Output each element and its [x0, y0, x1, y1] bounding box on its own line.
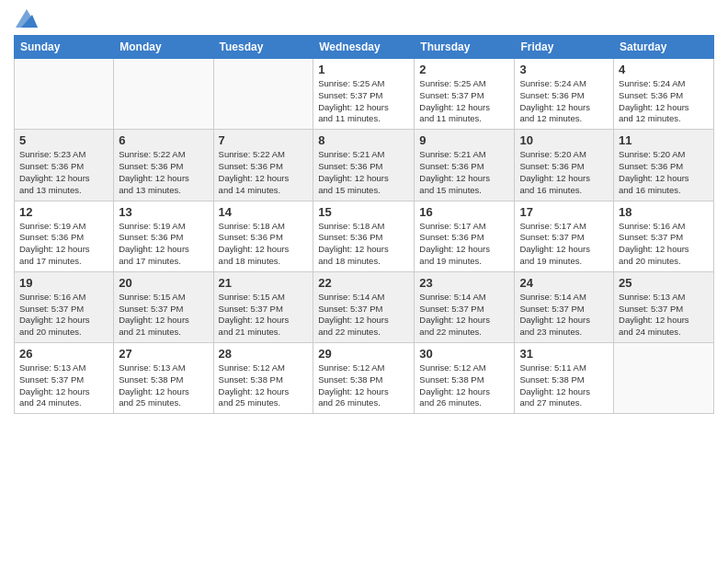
day-number: 6 — [119, 133, 208, 147]
col-header-thursday: Thursday — [415, 36, 515, 59]
calendar-cell: 23Sunrise: 5:14 AM Sunset: 5:37 PM Dayli… — [415, 271, 515, 342]
calendar-cell: 27Sunrise: 5:13 AM Sunset: 5:38 PM Dayli… — [114, 343, 213, 414]
logo-icon — [16, 9, 38, 28]
day-info: Sunrise: 5:22 AM Sunset: 5:36 PM Dayligh… — [119, 149, 208, 196]
calendar-cell: 2Sunrise: 5:25 AM Sunset: 5:37 PM Daylig… — [415, 59, 515, 130]
day-info: Sunrise: 5:15 AM Sunset: 5:37 PM Dayligh… — [219, 292, 309, 339]
day-info: Sunrise: 5:12 AM Sunset: 5:38 PM Dayligh… — [318, 362, 409, 409]
calendar-cell — [114, 59, 213, 130]
day-info: Sunrise: 5:24 AM Sunset: 5:36 PM Dayligh… — [519, 78, 609, 125]
day-info: Sunrise: 5:17 AM Sunset: 5:37 PM Dayligh… — [519, 221, 609, 268]
day-number: 18 — [619, 205, 709, 219]
day-number: 2 — [419, 63, 509, 76]
day-info: Sunrise: 5:16 AM Sunset: 5:37 PM Dayligh… — [19, 292, 108, 339]
day-number: 1 — [318, 63, 409, 76]
day-info: Sunrise: 5:11 AM Sunset: 5:38 PM Dayligh… — [519, 362, 609, 409]
calendar-cell — [614, 343, 714, 414]
logo — [14, 9, 38, 28]
calendar-cell: 24Sunrise: 5:14 AM Sunset: 5:37 PM Dayli… — [515, 271, 614, 342]
calendar-cell: 1Sunrise: 5:25 AM Sunset: 5:37 PM Daylig… — [313, 59, 415, 130]
day-number: 20 — [119, 276, 208, 290]
col-header-tuesday: Tuesday — [213, 36, 313, 59]
calendar-cell: 29Sunrise: 5:12 AM Sunset: 5:38 PM Dayli… — [313, 343, 415, 414]
day-info: Sunrise: 5:25 AM Sunset: 5:37 PM Dayligh… — [419, 78, 509, 125]
calendar-cell: 7Sunrise: 5:22 AM Sunset: 5:36 PM Daylig… — [213, 130, 313, 201]
day-number: 23 — [419, 276, 509, 290]
calendar-cell: 26Sunrise: 5:13 AM Sunset: 5:37 PM Dayli… — [15, 343, 114, 414]
day-number: 31 — [519, 347, 609, 361]
calendar-cell: 22Sunrise: 5:14 AM Sunset: 5:37 PM Dayli… — [313, 271, 415, 342]
day-number: 16 — [419, 205, 509, 219]
calendar-cell: 3Sunrise: 5:24 AM Sunset: 5:36 PM Daylig… — [515, 59, 614, 130]
calendar-cell: 16Sunrise: 5:17 AM Sunset: 5:36 PM Dayli… — [415, 201, 515, 271]
calendar-cell: 15Sunrise: 5:18 AM Sunset: 5:36 PM Dayli… — [313, 201, 415, 271]
day-info: Sunrise: 5:19 AM Sunset: 5:36 PM Dayligh… — [119, 221, 208, 268]
page-header — [14, 9, 714, 28]
calendar-row-1: 5Sunrise: 5:23 AM Sunset: 5:36 PM Daylig… — [15, 130, 714, 201]
calendar-cell: 20Sunrise: 5:15 AM Sunset: 5:37 PM Dayli… — [114, 271, 213, 342]
day-number: 28 — [219, 347, 309, 361]
calendar-row-3: 19Sunrise: 5:16 AM Sunset: 5:37 PM Dayli… — [15, 271, 714, 342]
day-number: 29 — [318, 347, 409, 361]
day-number: 4 — [619, 63, 709, 76]
day-info: Sunrise: 5:12 AM Sunset: 5:38 PM Dayligh… — [219, 362, 309, 409]
day-info: Sunrise: 5:13 AM Sunset: 5:38 PM Dayligh… — [119, 362, 208, 409]
day-info: Sunrise: 5:12 AM Sunset: 5:38 PM Dayligh… — [419, 362, 509, 409]
calendar-cell: 10Sunrise: 5:20 AM Sunset: 5:36 PM Dayli… — [515, 130, 614, 201]
day-number: 8 — [318, 133, 409, 147]
day-number: 15 — [318, 205, 409, 219]
col-header-friday: Friday — [515, 36, 614, 59]
day-number: 21 — [219, 276, 309, 290]
calendar-cell: 19Sunrise: 5:16 AM Sunset: 5:37 PM Dayli… — [15, 271, 114, 342]
col-header-monday: Monday — [114, 36, 213, 59]
calendar-cell: 4Sunrise: 5:24 AM Sunset: 5:36 PM Daylig… — [614, 59, 714, 130]
calendar-cell: 11Sunrise: 5:20 AM Sunset: 5:36 PM Dayli… — [614, 130, 714, 201]
calendar-cell: 5Sunrise: 5:23 AM Sunset: 5:36 PM Daylig… — [15, 130, 114, 201]
day-number: 7 — [219, 133, 309, 147]
day-info: Sunrise: 5:18 AM Sunset: 5:36 PM Dayligh… — [219, 221, 309, 268]
day-number: 17 — [519, 205, 609, 219]
day-info: Sunrise: 5:14 AM Sunset: 5:37 PM Dayligh… — [419, 292, 509, 339]
day-info: Sunrise: 5:15 AM Sunset: 5:37 PM Dayligh… — [119, 292, 208, 339]
day-number: 27 — [119, 347, 208, 361]
day-info: Sunrise: 5:13 AM Sunset: 5:37 PM Dayligh… — [619, 292, 709, 339]
calendar-cell: 25Sunrise: 5:13 AM Sunset: 5:37 PM Dayli… — [614, 271, 714, 342]
calendar-cell: 17Sunrise: 5:17 AM Sunset: 5:37 PM Dayli… — [515, 201, 614, 271]
day-number: 9 — [419, 133, 509, 147]
calendar-cell: 18Sunrise: 5:16 AM Sunset: 5:37 PM Dayli… — [614, 201, 714, 271]
day-number: 24 — [519, 276, 609, 290]
day-number: 10 — [519, 133, 609, 147]
page-container: SundayMondayTuesdayWednesdayThursdayFrid… — [0, 0, 728, 423]
day-number: 13 — [119, 205, 208, 219]
calendar-table: SundayMondayTuesdayWednesdayThursdayFrid… — [14, 35, 714, 414]
day-info: Sunrise: 5:25 AM Sunset: 5:37 PM Dayligh… — [318, 78, 409, 125]
day-info: Sunrise: 5:20 AM Sunset: 5:36 PM Dayligh… — [619, 149, 709, 196]
col-header-wednesday: Wednesday — [313, 36, 415, 59]
calendar-row-4: 26Sunrise: 5:13 AM Sunset: 5:37 PM Dayli… — [15, 343, 714, 414]
day-info: Sunrise: 5:21 AM Sunset: 5:36 PM Dayligh… — [318, 149, 409, 196]
day-number: 30 — [419, 347, 509, 361]
day-info: Sunrise: 5:14 AM Sunset: 5:37 PM Dayligh… — [318, 292, 409, 339]
calendar-header-row: SundayMondayTuesdayWednesdayThursdayFrid… — [15, 36, 714, 59]
calendar-cell — [15, 59, 114, 130]
day-number: 19 — [19, 276, 108, 290]
day-info: Sunrise: 5:17 AM Sunset: 5:36 PM Dayligh… — [419, 221, 509, 268]
day-number: 26 — [19, 347, 108, 361]
calendar-cell — [213, 59, 313, 130]
calendar-cell: 9Sunrise: 5:21 AM Sunset: 5:36 PM Daylig… — [415, 130, 515, 201]
day-info: Sunrise: 5:14 AM Sunset: 5:37 PM Dayligh… — [519, 292, 609, 339]
day-info: Sunrise: 5:18 AM Sunset: 5:36 PM Dayligh… — [318, 221, 409, 268]
day-number: 14 — [219, 205, 309, 219]
col-header-saturday: Saturday — [614, 36, 714, 59]
day-number: 22 — [318, 276, 409, 290]
calendar-cell: 12Sunrise: 5:19 AM Sunset: 5:36 PM Dayli… — [15, 201, 114, 271]
calendar-row-2: 12Sunrise: 5:19 AM Sunset: 5:36 PM Dayli… — [15, 201, 714, 271]
day-info: Sunrise: 5:19 AM Sunset: 5:36 PM Dayligh… — [19, 221, 108, 268]
day-info: Sunrise: 5:24 AM Sunset: 5:36 PM Dayligh… — [619, 78, 709, 125]
calendar-cell: 8Sunrise: 5:21 AM Sunset: 5:36 PM Daylig… — [313, 130, 415, 201]
day-number: 5 — [19, 133, 108, 147]
calendar-cell: 31Sunrise: 5:11 AM Sunset: 5:38 PM Dayli… — [515, 343, 614, 414]
day-number: 12 — [19, 205, 108, 219]
calendar-row-0: 1Sunrise: 5:25 AM Sunset: 5:37 PM Daylig… — [15, 59, 714, 130]
day-info: Sunrise: 5:23 AM Sunset: 5:36 PM Dayligh… — [19, 149, 108, 196]
